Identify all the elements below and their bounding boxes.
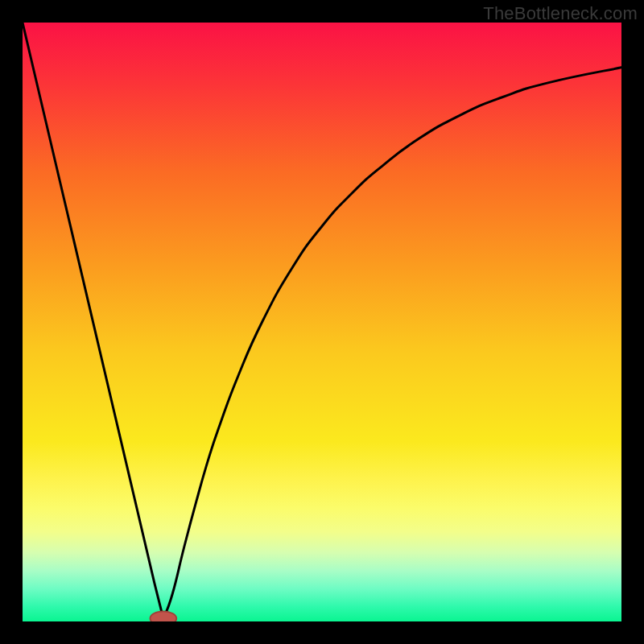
watermark-text: TheBottleneck.com bbox=[483, 3, 638, 24]
bottleneck-curve bbox=[23, 23, 621, 621]
minimum-marker bbox=[150, 611, 176, 621]
plot-area bbox=[23, 23, 621, 621]
curve-left-branch bbox=[23, 23, 163, 618]
curve-right-branch bbox=[163, 68, 621, 618]
outer-frame: TheBottleneck.com bbox=[0, 0, 644, 644]
